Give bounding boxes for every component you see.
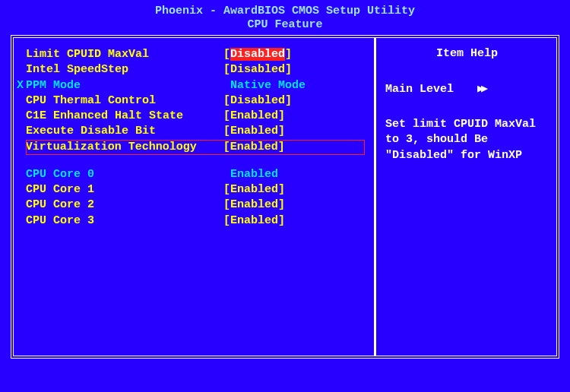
setting-row-4[interactable]: C1E Enhanced Halt State[Enabled] <box>23 109 365 124</box>
main-box: Limit CPUID MaxVal[Disabled] Intel Speed… <box>11 35 559 359</box>
row-marker <box>17 140 26 155</box>
row-marker: X <box>17 78 26 93</box>
setting-label: Virtualization Technology <box>26 140 223 155</box>
setting-row-2[interactable]: XPPM Mode Native Mode <box>23 78 365 93</box>
setting-value[interactable]: [Disabled] <box>223 62 292 77</box>
main-level-arrows: ▶▶ <box>477 83 485 96</box>
core-value[interactable]: [Enabled] <box>223 213 285 229</box>
row-marker <box>17 182 26 198</box>
settings-panel: Limit CPUID MaxVal[Disabled] Intel Speed… <box>14 38 376 356</box>
core-label: CPU Core 0 <box>26 167 223 182</box>
core-value[interactable]: [Enabled] <box>223 182 285 198</box>
setting-label: PPM Mode <box>26 78 223 93</box>
setting-row-5[interactable]: Execute Disable Bit[Enabled] <box>23 124 365 139</box>
setting-row-3[interactable]: CPU Thermal Control[Disabled] <box>23 93 365 109</box>
setting-value[interactable]: Native Mode <box>223 78 306 93</box>
help-text: Set limit CPUID MaxVal to 3, should Be "… <box>385 117 549 163</box>
core-row-0[interactable]: CPU Core 0 Enabled <box>23 167 365 182</box>
core-row-2[interactable]: CPU Core 2[Enabled] <box>23 198 365 213</box>
setting-row-1[interactable]: Intel SpeedStep[Disabled] <box>23 62 365 77</box>
row-marker <box>17 93 26 109</box>
setting-value[interactable]: [Disabled] <box>223 47 292 62</box>
setting-label: Execute Disable Bit <box>26 124 223 139</box>
setting-label: C1E Enhanced Halt State <box>26 109 223 124</box>
setting-value[interactable]: [Disabled] <box>223 93 292 109</box>
core-label: CPU Core 3 <box>26 213 223 229</box>
setting-label: CPU Thermal Control <box>26 93 223 109</box>
row-marker <box>17 124 26 139</box>
row-marker <box>17 198 26 213</box>
row-marker <box>17 47 26 62</box>
setting-value[interactable]: [Enabled] <box>223 109 285 124</box>
core-label: CPU Core 2 <box>26 198 223 213</box>
row-marker <box>17 109 26 124</box>
core-value[interactable]: [Enabled] <box>223 198 285 213</box>
main-level: Main Level ▶▶ <box>385 81 549 96</box>
row-marker <box>17 213 26 229</box>
bios-title-1: Phoenix - AwardBIOS CMOS Setup Utility <box>0 5 570 18</box>
setting-label: Intel SpeedStep <box>26 62 223 77</box>
core-row-1[interactable]: CPU Core 1[Enabled] <box>23 182 365 198</box>
row-marker <box>17 62 26 77</box>
help-panel: Item Help Main Level ▶▶ Set limit CPUID … <box>376 38 556 356</box>
setting-label: Limit CPUID MaxVal <box>26 47 223 62</box>
setting-value[interactable]: [Enabled] <box>223 124 285 139</box>
row-marker <box>17 167 26 182</box>
setting-value[interactable]: [Enabled] <box>223 140 285 155</box>
setting-row-6[interactable]: Virtualization Technology[Enabled] <box>23 140 365 155</box>
item-help-title: Item Help <box>385 47 549 60</box>
setting-row-0[interactable]: Limit CPUID MaxVal[Disabled] <box>23 47 365 62</box>
bios-title-2: CPU Feature <box>0 18 570 32</box>
core-label: CPU Core 1 <box>26 182 223 198</box>
bios-header: Phoenix - AwardBIOS CMOS Setup Utility C… <box>0 0 570 35</box>
core-value[interactable]: Enabled <box>223 167 278 182</box>
core-row-3[interactable]: CPU Core 3[Enabled] <box>23 213 365 229</box>
footer-keys: ↑↓→←:Move Enter:Select +/-/PU/PD:Value F… <box>0 359 570 392</box>
main-level-label: Main Level <box>385 83 454 96</box>
